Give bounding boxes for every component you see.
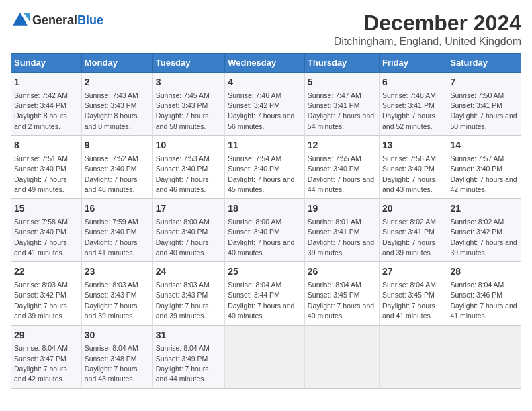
sunset-info: Sunset: 3:45 PM (382, 291, 435, 299)
day-number: 20 (382, 202, 444, 216)
sunset-info: Sunset: 3:47 PM (14, 355, 66, 363)
column-header-monday: Monday (81, 54, 152, 73)
sunset-info: Sunset: 3:40 PM (228, 165, 280, 173)
sunrise-info: Sunrise: 7:51 AM (14, 154, 68, 163)
daylight-info: Daylight: 7 hours and 58 minutes. (156, 111, 209, 130)
sunset-info: Sunset: 3:42 PM (450, 228, 502, 236)
daylight-info: Daylight: 7 hours and 39 minutes. (156, 302, 209, 320)
sunrise-info: Sunrise: 7:50 AM (450, 91, 504, 99)
calendar-table: SundayMondayTuesdayWednesdayThursdayFrid… (11, 53, 521, 389)
sunset-info: Sunset: 3:45 PM (308, 291, 360, 299)
day-cell: 8 Sunrise: 7:51 AM Sunset: 3:40 PM Dayli… (11, 136, 82, 199)
day-number: 25 (228, 265, 302, 279)
sunset-info: Sunset: 3:40 PM (382, 165, 435, 173)
day-cell: 1 Sunrise: 7:42 AM Sunset: 3:44 PM Dayli… (11, 73, 82, 136)
day-cell: 17 Sunrise: 8:00 AM Sunset: 3:40 PM Dayl… (152, 199, 224, 262)
day-cell: 15 Sunrise: 7:58 AM Sunset: 3:40 PM Dayl… (11, 199, 82, 262)
logo: GeneralBlue (11, 11, 103, 30)
daylight-info: Daylight: 7 hours and 50 minutes. (450, 111, 517, 130)
day-cell (380, 325, 447, 388)
day-cell: 9 Sunrise: 7:52 AM Sunset: 3:40 PM Dayli… (81, 136, 152, 199)
day-cell: 24 Sunrise: 8:03 AM Sunset: 3:43 PM Dayl… (152, 262, 224, 325)
daylight-info: Daylight: 7 hours and 52 minutes. (382, 111, 435, 130)
day-cell: 14 Sunrise: 7:57 AM Sunset: 3:40 PM Dayl… (447, 136, 521, 199)
sunset-info: Sunset: 3:41 PM (308, 101, 360, 109)
day-cell (447, 325, 521, 388)
column-header-friday: Friday (380, 54, 447, 73)
day-cell: 20 Sunrise: 8:02 AM Sunset: 3:41 PM Dayl… (380, 199, 447, 262)
sunset-info: Sunset: 3:40 PM (450, 165, 502, 173)
daylight-info: Daylight: 7 hours and 46 minutes. (156, 175, 209, 193)
column-header-wednesday: Wednesday (225, 54, 305, 73)
day-number: 1 (14, 76, 79, 89)
sunset-info: Sunset: 3:40 PM (14, 228, 66, 236)
day-number: 29 (14, 329, 79, 342)
daylight-info: Daylight: 7 hours and 48 minutes. (85, 175, 138, 193)
sunrise-info: Sunrise: 7:47 AM (308, 91, 361, 99)
sunset-info: Sunset: 3:42 PM (14, 291, 66, 299)
logo-icon (11, 11, 30, 30)
sunrise-info: Sunrise: 8:03 AM (85, 281, 138, 289)
sunset-info: Sunset: 3:40 PM (228, 228, 280, 236)
sunset-info: Sunset: 3:44 PM (14, 101, 66, 109)
day-cell (225, 325, 305, 388)
sunset-info: Sunset: 3:46 PM (450, 291, 502, 299)
day-cell: 18 Sunrise: 8:00 AM Sunset: 3:40 PM Dayl… (225, 199, 305, 262)
sunrise-info: Sunrise: 8:04 AM (308, 281, 361, 289)
day-number: 16 (85, 202, 150, 216)
week-row-4: 22 Sunrise: 8:03 AM Sunset: 3:42 PM Dayl… (11, 262, 521, 325)
subtitle: Ditchingham, England, United Kingdom (334, 36, 521, 48)
title-block: December 2024 Ditchingham, England, Unit… (334, 11, 521, 48)
header: GeneralBlue December 2024 Ditchingham, E… (11, 11, 521, 48)
day-cell: 16 Sunrise: 7:59 AM Sunset: 3:40 PM Dayl… (81, 199, 152, 262)
day-number: 13 (382, 139, 444, 152)
sunrise-info: Sunrise: 7:45 AM (156, 91, 210, 99)
daylight-info: Daylight: 8 hours and 0 minutes. (85, 111, 138, 130)
sunrise-info: Sunrise: 8:01 AM (308, 218, 361, 226)
day-number: 5 (308, 76, 376, 89)
column-header-thursday: Thursday (304, 54, 379, 73)
sunrise-info: Sunrise: 7:46 AM (228, 91, 281, 99)
day-number: 17 (156, 202, 222, 216)
day-cell: 11 Sunrise: 7:54 AM Sunset: 3:40 PM Dayl… (225, 136, 305, 199)
daylight-info: Daylight: 7 hours and 54 minutes. (308, 111, 374, 130)
day-number: 24 (156, 265, 222, 279)
sunrise-info: Sunrise: 8:04 AM (85, 344, 138, 352)
daylight-info: Daylight: 7 hours and 41 minutes. (14, 238, 67, 257)
day-number: 3 (156, 76, 222, 89)
day-number: 22 (14, 265, 79, 279)
column-header-tuesday: Tuesday (152, 54, 224, 73)
sunset-info: Sunset: 3:40 PM (156, 165, 208, 173)
sunset-info: Sunset: 3:40 PM (308, 165, 360, 173)
sunset-info: Sunset: 3:43 PM (156, 101, 208, 109)
week-row-5: 29 Sunrise: 8:04 AM Sunset: 3:47 PM Dayl… (11, 325, 521, 388)
sunset-info: Sunset: 3:40 PM (156, 228, 208, 236)
logo-text-general: General (32, 13, 77, 27)
sunset-info: Sunset: 3:40 PM (85, 165, 137, 173)
week-row-1: 1 Sunrise: 7:42 AM Sunset: 3:44 PM Dayli… (11, 73, 521, 136)
day-cell: 4 Sunrise: 7:46 AM Sunset: 3:42 PM Dayli… (225, 73, 305, 136)
sunrise-info: Sunrise: 8:00 AM (228, 218, 281, 226)
day-number: 6 (382, 76, 444, 89)
day-number: 4 (228, 76, 302, 89)
sunset-info: Sunset: 3:40 PM (85, 228, 137, 236)
day-cell: 22 Sunrise: 8:03 AM Sunset: 3:42 PM Dayl… (11, 262, 82, 325)
day-number: 27 (382, 265, 444, 279)
sunset-info: Sunset: 3:41 PM (450, 101, 502, 109)
sunrise-info: Sunrise: 7:53 AM (156, 154, 210, 163)
daylight-info: Daylight: 7 hours and 43 minutes. (382, 175, 435, 193)
day-number: 9 (85, 139, 150, 152)
daylight-info: Daylight: 7 hours and 40 minutes. (308, 302, 374, 320)
sunset-info: Sunset: 3:41 PM (382, 228, 435, 236)
sunset-info: Sunset: 3:43 PM (85, 291, 137, 299)
daylight-info: Daylight: 8 hours and 2 minutes. (14, 111, 67, 130)
daylight-info: Daylight: 7 hours and 41 minutes. (382, 302, 435, 320)
daylight-info: Daylight: 7 hours and 41 minutes. (85, 238, 138, 257)
day-cell: 30 Sunrise: 8:04 AM Sunset: 3:48 PM Dayl… (81, 325, 152, 388)
day-cell: 3 Sunrise: 7:45 AM Sunset: 3:43 PM Dayli… (152, 73, 224, 136)
day-number: 21 (450, 202, 518, 216)
sunrise-info: Sunrise: 8:04 AM (450, 281, 504, 289)
sunrise-info: Sunrise: 8:04 AM (14, 344, 68, 352)
day-number: 15 (14, 202, 79, 216)
sunrise-info: Sunrise: 7:54 AM (228, 154, 281, 163)
